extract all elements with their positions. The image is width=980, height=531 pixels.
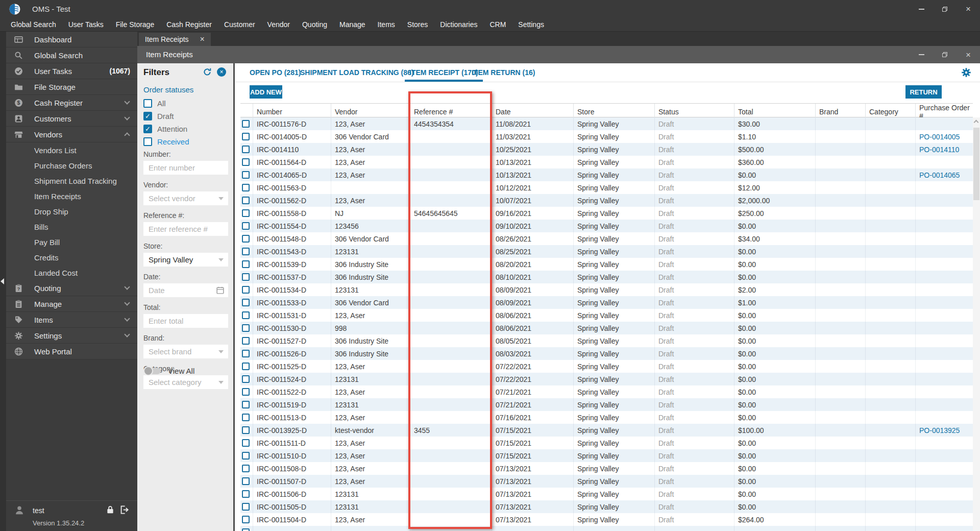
logout-icon[interactable] bbox=[119, 505, 129, 515]
tab-open-po[interactable]: OPEN PO (281) bbox=[250, 63, 301, 82]
menu-item-crm[interactable]: CRM bbox=[483, 20, 512, 29]
window-close-button[interactable]: × bbox=[957, 0, 980, 18]
menu-item-dictionaries[interactable]: Dictionaries bbox=[434, 20, 483, 29]
clear-filters-icon[interactable]: × bbox=[217, 67, 226, 77]
sidebar-item-global-search[interactable]: Global Search bbox=[6, 47, 137, 63]
row-checkbox[interactable] bbox=[242, 401, 250, 408]
table-row[interactable]: IRC-0011539-D306 Industry Site08/20/2021… bbox=[240, 258, 973, 271]
row-checkbox[interactable] bbox=[242, 490, 250, 498]
document-tab-item-receipts[interactable]: Item Receipts × bbox=[139, 33, 211, 46]
table-row[interactable]: IRC-0011506-D12313107/13/2021Spring Vall… bbox=[240, 488, 973, 500]
sidebar-collapse-arrow-icon[interactable] bbox=[1, 278, 4, 284]
table-row[interactable]: IRC-0011543-D12313108/25/2021Spring Vall… bbox=[240, 245, 973, 258]
sidebar-subitem-credits[interactable]: Credits bbox=[6, 250, 137, 265]
row-checkbox[interactable] bbox=[242, 209, 250, 217]
table-row[interactable]: IRC-0011510-D123, Aser07/15/2021Spring V… bbox=[240, 449, 973, 462]
tab-shipment-load-tracking[interactable]: SHIPMENT LOAD TRACKING (86) bbox=[300, 63, 413, 82]
sidebar-subitem-bills[interactable]: Bills bbox=[6, 219, 137, 234]
table-row[interactable]: IRC-0013925-Dktest-vendor345507/15/2021S… bbox=[240, 424, 973, 437]
vertical-scrollbar[interactable] bbox=[973, 117, 980, 531]
table-row[interactable]: IRC-0011508-D123, Aser07/13/2021Spring V… bbox=[240, 462, 973, 475]
menu-item-cash-register[interactable]: Cash Register bbox=[160, 20, 218, 29]
sidebar-subitem-pay-bill[interactable]: Pay Bill bbox=[6, 234, 137, 250]
sidebar-item-dashboard[interactable]: Dashboard bbox=[6, 32, 137, 47]
table-row[interactable]: IRC-0011530-D99808/06/2021Spring ValleyD… bbox=[240, 322, 973, 334]
row-checkbox[interactable] bbox=[242, 426, 250, 434]
row-checkbox[interactable] bbox=[242, 184, 250, 191]
sidebar-subitem-item-receipts[interactable]: Item Receipts bbox=[6, 188, 137, 204]
table-row[interactable]: IRC-0011554-D12345609/10/2021Spring Vall… bbox=[240, 220, 973, 232]
menu-item-file-storage[interactable]: File Storage bbox=[110, 20, 160, 29]
menu-item-user-tasks[interactable]: User Tasks bbox=[62, 20, 110, 29]
table-row[interactable]: IRC-0011537-D306 Industry Site08/10/2021… bbox=[240, 271, 973, 283]
child-minimize-button[interactable] bbox=[910, 46, 933, 63]
table-row[interactable]: IRC-0011525-D123, Aser07/22/2021Spring V… bbox=[240, 360, 973, 373]
return-button[interactable]: RETURN bbox=[905, 85, 942, 99]
reference-input[interactable]: Enter reference # bbox=[143, 222, 228, 236]
row-checkbox[interactable] bbox=[242, 363, 250, 370]
sidebar-item-settings[interactable]: Settings bbox=[6, 328, 137, 344]
table-row[interactable]: IRC-0011564-D123, Aser10/13/2021Spring V… bbox=[240, 156, 973, 168]
row-checkbox[interactable] bbox=[242, 260, 250, 268]
menu-item-stores[interactable]: Stores bbox=[401, 20, 434, 29]
sidebar-item-file-storage[interactable]: File Storage bbox=[6, 79, 137, 95]
add-new-button[interactable]: ADD NEW bbox=[250, 85, 282, 99]
row-checkbox[interactable] bbox=[242, 375, 250, 383]
sidebar-item-vendors[interactable]: Vendors bbox=[6, 127, 137, 142]
sidebar-subitem-vendors-list[interactable]: Vendors List bbox=[6, 142, 137, 158]
menu-item-items[interactable]: Items bbox=[372, 20, 401, 29]
row-checkbox[interactable] bbox=[242, 439, 250, 447]
table-row[interactable]: IRC-0011531-D123, Aser08/06/2021Spring V… bbox=[240, 309, 973, 322]
table-row[interactable]: IRC-0011504-D123, Aser07/13/2021Spring V… bbox=[240, 513, 973, 526]
calendar-icon[interactable] bbox=[216, 286, 225, 295]
table-row[interactable]: IRC-0011533-D306 Vendor Card08/09/2021Sp… bbox=[240, 296, 973, 309]
number-input[interactable]: Enter number bbox=[143, 161, 228, 175]
child-restore-button[interactable] bbox=[933, 46, 957, 63]
brand-select[interactable]: Select brand bbox=[143, 345, 228, 358]
vendor-select[interactable]: Select vendor bbox=[143, 191, 228, 205]
cell-purchase-order[interactable]: PO-0014005 bbox=[916, 130, 973, 143]
lock-icon[interactable] bbox=[106, 505, 115, 514]
sidebar-item-quoting[interactable]: ?Quoting bbox=[6, 280, 137, 296]
scroll-up-arrow-icon[interactable] bbox=[974, 120, 979, 125]
total-input[interactable]: Enter total bbox=[143, 314, 228, 328]
row-checkbox[interactable] bbox=[242, 465, 250, 472]
sidebar-item-customers[interactable]: Customers bbox=[6, 111, 137, 127]
table-row[interactable]: IRC-0011576-D123, Aser445435435411/08/20… bbox=[240, 117, 973, 130]
table-row[interactable]: IRC-0014065-D123, Aser10/13/2021Spring V… bbox=[240, 168, 973, 181]
menu-item-global-search[interactable]: Global Search bbox=[5, 20, 62, 29]
store-select[interactable]: Spring Valley bbox=[143, 253, 228, 267]
cell-purchase-order[interactable]: PO-0013925 bbox=[916, 424, 973, 437]
sidebar-subitem-purchase-orders[interactable]: Purchase Orders bbox=[6, 158, 137, 173]
row-checkbox[interactable] bbox=[242, 248, 250, 255]
sidebar-subitem-landed-cost[interactable]: Landed Cost bbox=[6, 265, 137, 280]
row-checkbox[interactable] bbox=[242, 158, 250, 166]
row-checkbox[interactable] bbox=[242, 350, 250, 357]
row-checkbox[interactable] bbox=[242, 299, 250, 306]
table-row[interactable]: IRC-0014110123, Aser10/25/2021Spring Val… bbox=[240, 143, 973, 156]
row-checkbox[interactable] bbox=[242, 311, 250, 319]
row-checkbox[interactable] bbox=[242, 388, 250, 396]
row-checkbox[interactable] bbox=[242, 171, 250, 179]
row-checkbox[interactable] bbox=[242, 503, 250, 511]
window-restore-button[interactable] bbox=[933, 0, 957, 18]
child-close-button[interactable]: × bbox=[957, 46, 980, 63]
table-row[interactable]: IRC-0011524-D12313107/22/2021Spring Vall… bbox=[240, 373, 973, 385]
menu-item-customer[interactable]: Customer bbox=[218, 20, 261, 29]
row-checkbox[interactable] bbox=[242, 120, 250, 128]
sidebar-subitem-drop-ship[interactable]: Drop Ship bbox=[6, 204, 137, 219]
table-row[interactable]: IRC-0011507-D123, Aser07/13/2021Spring V… bbox=[240, 475, 973, 488]
sidebar-subitem-shipment-load-tracking[interactable]: Shipment Load Tracking bbox=[6, 173, 137, 188]
view-all-toggle[interactable] bbox=[143, 368, 161, 374]
menu-item-settings[interactable]: Settings bbox=[512, 20, 550, 29]
date-input[interactable]: Date bbox=[143, 283, 228, 297]
row-checkbox[interactable] bbox=[242, 528, 250, 531]
row-checkbox[interactable] bbox=[242, 235, 250, 243]
row-checkbox[interactable] bbox=[242, 197, 250, 204]
sidebar-item-manage[interactable]: Manage bbox=[6, 296, 137, 312]
sidebar-item-web-portal[interactable]: Web Portal bbox=[6, 344, 137, 359]
menu-item-manage[interactable]: Manage bbox=[333, 20, 372, 29]
row-checkbox[interactable] bbox=[242, 146, 250, 153]
table-row[interactable]: IRC-0011534-D12313108/09/2021Spring Vall… bbox=[240, 283, 973, 296]
row-checkbox[interactable] bbox=[242, 324, 250, 332]
